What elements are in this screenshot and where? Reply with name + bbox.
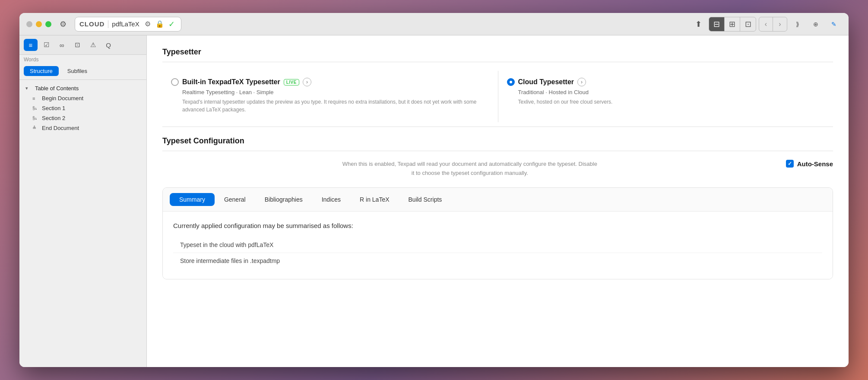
cloud-typesetter-option[interactable]: Cloud Typesetter › Traditional · Hosted …	[498, 71, 833, 122]
cloud-subtitle: Traditional · Hosted in Cloud	[507, 89, 825, 95]
tree-root-item[interactable]: ▾ Table of Contents	[19, 83, 146, 93]
collapse-icon[interactable]: ⟫	[790, 17, 805, 31]
cloud-name: Cloud Typesetter	[518, 78, 574, 86]
cloud-radio[interactable]	[507, 78, 515, 86]
gear-icon[interactable]: ⚙	[57, 18, 70, 31]
content-area: Typesetter Built-in TexpadTeX Typesetter…	[147, 35, 849, 367]
config-desc: When this is enabled, Texpad will read y…	[340, 160, 599, 178]
main-area: ≡ ☑ ∞ ⊡ ⚠ Q Words Structure Subfiles ▾ T…	[19, 35, 849, 367]
end-doc-icon: ≜	[32, 125, 39, 131]
begin-doc-icon: ≡	[32, 96, 39, 101]
sidebar-toolbar: ≡ ☑ ∞ ⊡ ⚠ Q	[19, 35, 146, 55]
sidebar-tool-document[interactable]: ≡	[24, 39, 38, 51]
autosense-label: Auto-Sense	[797, 160, 833, 168]
tab-build-scripts[interactable]: Build Scripts	[399, 193, 452, 206]
cloud-info-icon[interactable]: ›	[577, 78, 586, 86]
builtin-desc: Texpad's internal typesetter updates the…	[171, 98, 489, 114]
tab-summary[interactable]: Summary	[170, 193, 215, 206]
section2-icon: §₁	[32, 115, 39, 121]
nav-back-button[interactable]: ‹	[759, 17, 773, 31]
words-label: Words	[19, 55, 146, 63]
right-icons: ⟫ ⊕ ✎	[790, 17, 842, 31]
address-bar: CLOUD pdfLaTeX ⚙ 🔒 ✓	[75, 17, 181, 32]
sidebar-tool-link[interactable]: ∞	[55, 39, 69, 51]
crosshair-icon[interactable]: ⊕	[808, 17, 824, 31]
config-body: When this is enabled, Texpad will read y…	[162, 160, 833, 178]
address-icons: ⚙ 🔒 ✓	[143, 19, 177, 29]
sidebar-tool-search[interactable]: Q	[101, 39, 115, 51]
cloud-label: CLOUD	[79, 20, 105, 28]
nav-buttons: ‹ ›	[759, 17, 787, 32]
tab-subfiles[interactable]: Subfiles	[61, 66, 93, 76]
summary-item-1: Store intermediate files in .texpadtmp	[173, 253, 822, 269]
minimize-button[interactable]	[36, 21, 42, 27]
tree-item-end[interactable]: ≜ End Document	[19, 123, 146, 133]
view-mode-group: ⊟ ⊞ ⊡	[709, 17, 756, 32]
section1-icon: §₁	[32, 105, 39, 111]
builtin-radio[interactable]	[171, 78, 179, 86]
tabs-content: Currently applied configuration may be s…	[163, 212, 833, 279]
tree-item-begin[interactable]: ≡ Begin Document	[19, 93, 146, 103]
builtin-header: Built-in TexpadTeX Typesetter LIVE ›	[171, 78, 489, 86]
builtin-info-icon[interactable]: ›	[303, 78, 311, 86]
sidebar-tree: ▾ Table of Contents ≡ Begin Document §₁ …	[19, 80, 146, 136]
tab-structure[interactable]: Structure	[24, 66, 59, 76]
settings-icon[interactable]: ⚙	[143, 19, 152, 29]
sidebar-tool-warning[interactable]: ⚠	[86, 39, 100, 51]
tree-item-section2[interactable]: §₁ Section 2	[19, 113, 146, 123]
view-mode-preview-button[interactable]: ⊟	[709, 17, 725, 31]
view-mode-editor-button[interactable]: ⊡	[740, 17, 756, 31]
traffic-lights	[26, 21, 51, 27]
maximize-button[interactable]	[45, 21, 51, 27]
tree-item-section1-label: Section 1	[42, 105, 65, 111]
tabs-section: Summary General Bibliographies Indices R…	[162, 187, 833, 279]
tab-indices[interactable]: Indices	[312, 193, 350, 206]
pdf-label: pdfLaTeX	[112, 20, 139, 28]
titlebar-right: ⬆ ⊟ ⊞ ⊡ ‹ › ⟫ ⊕ ✎	[691, 17, 842, 32]
autosense-row: ✓ Auto-Sense	[786, 160, 833, 168]
sidebar-tool-folder[interactable]: ⊡	[70, 39, 84, 51]
tree-item-begin-label: Begin Document	[42, 95, 83, 101]
tabs-header: Summary General Bibliographies Indices R…	[163, 188, 833, 212]
tab-bibliographies[interactable]: Bibliographies	[255, 193, 312, 206]
builtin-typesetter-option[interactable]: Built-in TexpadTeX Typesetter LIVE › Rea…	[162, 71, 498, 122]
tree-item-end-label: End Document	[42, 125, 79, 131]
builtin-subtitle: Realtime Typesetting · Lean · Simple	[171, 89, 489, 95]
sidebar: ≡ ☑ ∞ ⊡ ⚠ Q Words Structure Subfiles ▾ T…	[19, 35, 147, 367]
summary-intro: Currently applied configuration may be s…	[173, 222, 822, 229]
main-window: ⚙ CLOUD pdfLaTeX ⚙ 🔒 ✓ ⬆ ⊟ ⊞ ⊡ ‹ ›	[19, 13, 849, 367]
summary-item-0: Typeset in the cloud with pdfLaTeX	[173, 237, 822, 253]
tree-item-section2-label: Section 2	[42, 115, 65, 121]
share-icon[interactable]: ⬆	[691, 17, 706, 31]
cloud-header: Cloud Typesetter ›	[507, 78, 825, 86]
collapse-arrow-icon: ▾	[25, 86, 32, 91]
tab-r-in-latex[interactable]: R in LaTeX	[350, 193, 399, 206]
close-button[interactable]	[26, 21, 32, 27]
cloud-desc: Texlive, hosted on our free cloud server…	[507, 98, 825, 106]
builtin-name: Built-in TexpadTeX Typesetter	[182, 78, 280, 86]
typesetter-title: Typesetter	[162, 48, 833, 62]
sidebar-tool-check[interactable]: ☑	[39, 39, 53, 51]
address-divider	[108, 20, 108, 28]
tab-general[interactable]: General	[215, 193, 255, 206]
nav-forward-button[interactable]: ›	[773, 17, 787, 31]
typesetter-options: Built-in TexpadTeX Typesetter LIVE › Rea…	[162, 71, 833, 122]
edit-icon[interactable]: ✎	[826, 17, 842, 31]
autosense-checkbox[interactable]: ✓	[786, 160, 794, 168]
sidebar-tabs: Structure Subfiles	[19, 63, 146, 80]
live-badge: LIVE	[284, 79, 299, 86]
tree-root-label: Table of Contents	[35, 85, 79, 92]
config-title: Typeset Configuration	[162, 136, 833, 151]
tree-item-section1[interactable]: §₁ Section 1	[19, 103, 146, 113]
titlebar: ⚙ CLOUD pdfLaTeX ⚙ 🔒 ✓ ⬆ ⊟ ⊞ ⊡ ‹ ›	[19, 13, 849, 35]
lock-icon[interactable]: 🔒	[155, 19, 165, 29]
view-mode-split-button[interactable]: ⊞	[725, 17, 740, 31]
config-section: Typeset Configuration When this is enabl…	[162, 127, 833, 178]
check-icon[interactable]: ✓	[167, 19, 177, 29]
